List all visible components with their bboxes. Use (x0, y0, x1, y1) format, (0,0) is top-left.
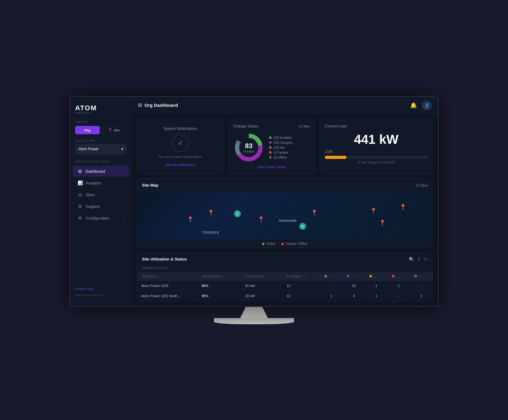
charging-label: (43) Charging (273, 141, 292, 144)
table-row: Atom Power 1203 98% 81 kW 12 - 10 1 1 - (137, 281, 433, 291)
sidebar-footer: Privacy Policy ©2024 Atom Power, Inc. (70, 284, 131, 301)
page-title-container: ⊞ Org Dashboard (138, 102, 178, 108)
notification-bell-icon[interactable]: 🔔 (410, 102, 417, 109)
idle-dot (269, 146, 272, 149)
download-table-icon[interactable]: ⬇ (417, 257, 421, 262)
charger-legend: (22) Available (43) Charging (15) Idle (269, 136, 292, 159)
config-icon: ⚙ (78, 216, 83, 220)
legend-faulted-offline: Faulted / Offline (281, 242, 307, 245)
sidebar-item-configuration[interactable]: ⚙ Configuration › (73, 212, 129, 224)
site-map-card: Site Map 12 Sites 📍 📍 📍 📍 📍 📍 (137, 178, 433, 248)
search-table-icon[interactable]: 🔍 (409, 257, 414, 262)
legend-idle: (15) Idle (269, 146, 292, 149)
org-menu-label: ORGANIZATION MENU (70, 160, 131, 166)
charger-sites-count: 12 Sites (299, 125, 310, 128)
sidebar-item-support[interactable]: ⚙ Support (73, 201, 129, 212)
view-charger-details-link[interactable]: View Charger Details (233, 165, 310, 169)
map-pin-numbered-2[interactable]: 2 (234, 210, 241, 217)
row-chargers: 12 (282, 291, 320, 301)
sidebar-item-label: Dashboard (86, 169, 105, 174)
map-pin-numbered-3[interactable]: 3 (299, 223, 306, 230)
map-pin-3[interactable]: 📍 (311, 210, 317, 216)
user-avatar[interactable]: 👤 (422, 100, 432, 110)
online-dot (262, 243, 264, 245)
legend-charging: (43) Charging (269, 141, 292, 144)
row-chargers: 12 (282, 281, 320, 291)
donut-center: 83 Chargers (243, 142, 255, 153)
map-label-huntersville: Huntersville (279, 219, 296, 222)
map-area: 📍 📍 📍 📍 📍 📍 📍 2 3 TORA (137, 192, 433, 240)
charger-status-title: Charger Status (233, 124, 258, 128)
stand-neck (240, 307, 268, 318)
site-view-button[interactable]: 📍 Site (102, 126, 127, 134)
available-dot (269, 136, 272, 139)
row-site-name: Atom Power 1201 North... (137, 291, 197, 301)
see-all-notifications-link[interactable]: See All Notifications (165, 163, 195, 167)
table-title: Site Utilization & Status (142, 257, 187, 261)
select-org-label: SELECT ORG (70, 139, 131, 144)
charger-card-inner: 83 Chargers (22) Available (233, 132, 310, 163)
col-live-utilization[interactable]: Live Utilization ▲▼ (197, 272, 241, 281)
faulted-dot (269, 151, 272, 154)
sidebar-item-dashboard[interactable]: ⊞ Dashboard (73, 166, 129, 177)
table-row: Atom Power 1201 North... 95% 20 kW 12 1 … (137, 291, 433, 301)
topbar: ⊞ Org Dashboard 🔔 👤 (132, 97, 438, 114)
monitor-stand (69, 307, 439, 324)
location-icon: 📍 (108, 128, 112, 132)
view-by-label: VIEW BY (70, 120, 131, 126)
map-pin-6[interactable]: 📍 (379, 220, 385, 226)
map-pin-faulted[interactable]: 📍 (258, 216, 264, 223)
current-load-title: Current Load (325, 124, 428, 128)
notifications-card-title: System Notifications (163, 127, 197, 131)
load-capacity-text: of Total Capacity (2100 kW) (325, 161, 428, 164)
map-label-torance: TORANCE (202, 231, 219, 234)
row-utilization: 95% (197, 291, 241, 301)
site-utilization-table-card: Site Utilization & Status 🔍 ⬇ ↻ Showing … (137, 252, 433, 301)
sidebar-item-sites[interactable]: ◎ Sites (73, 189, 129, 200)
dashboard-icon: ⊞ (78, 169, 83, 174)
sidebar-item-label: Sites (86, 192, 95, 197)
org-view-button[interactable]: Org (75, 126, 100, 134)
notifications-card: System Notifications ✓ No new System Not… (137, 119, 224, 174)
logo: ATOM (75, 104, 127, 112)
col-site-name[interactable]: Site Name ▲▼ (137, 272, 197, 281)
row-utilization: 98% (197, 281, 241, 291)
charging-dot (269, 141, 272, 144)
idle-label: (15) Idle (273, 146, 285, 149)
map-pin-2[interactable]: 📍 (208, 210, 214, 216)
privacy-policy-link[interactable]: Privacy Policy (75, 287, 127, 291)
faulted-label: (1) Faulted (273, 151, 288, 154)
col-idle-status[interactable]: ▲▼ (365, 272, 388, 281)
chevron-down-icon: ▾ (121, 147, 123, 151)
org-select-dropdown[interactable]: Atom Power ▾ (75, 144, 127, 154)
row-site-name: Atom Power 1203 (137, 281, 197, 291)
sidebar-item-analytics[interactable]: 📊 Analytics (73, 177, 129, 188)
refresh-table-icon[interactable]: ↻ (424, 257, 428, 262)
table-actions: 🔍 ⬇ ↻ (409, 257, 428, 262)
offline-dot (269, 156, 272, 159)
map-pin-4[interactable]: 📍 (370, 208, 377, 214)
main-content: ⊞ Org Dashboard 🔔 👤 (132, 97, 438, 306)
load-progress-bar (325, 156, 428, 159)
map-pin-5[interactable]: 📍 (400, 204, 406, 210)
load-progress-fill (325, 156, 346, 159)
faulted-offline-dot (281, 243, 284, 245)
page-title: Org Dashboard (144, 103, 178, 108)
avatar-icon: 👤 (424, 103, 429, 108)
utilization-table: Site Name ▲▼ Live Utilization ▲▼ Current… (137, 272, 433, 301)
row-c2: 4 (343, 291, 365, 301)
col-charging-status[interactable]: ▲▼ (343, 272, 365, 281)
col-faulted-status[interactable]: ▲▼ (388, 272, 410, 281)
map-legend: Online Faulted / Offline (137, 240, 433, 248)
col-current-load[interactable]: Current Load ▲▼ (241, 272, 282, 281)
available-label: (22) Available (273, 136, 292, 139)
sidebar-item-label: Support (86, 204, 100, 209)
dashboard-body: System Notifications ✓ No new System Not… (132, 114, 438, 306)
total-chargers-number: 83 (243, 142, 255, 150)
row-c4: - (388, 291, 410, 301)
map-pin-1[interactable]: 📍 (187, 216, 193, 223)
col-available-status[interactable]: ▲▼ (320, 272, 343, 281)
col-offline-status[interactable]: ▲▼ (410, 272, 433, 281)
logo-sub: INSIGHT (75, 111, 127, 114)
col-chargers[interactable]: # Chargers ▲▼ (282, 272, 320, 281)
